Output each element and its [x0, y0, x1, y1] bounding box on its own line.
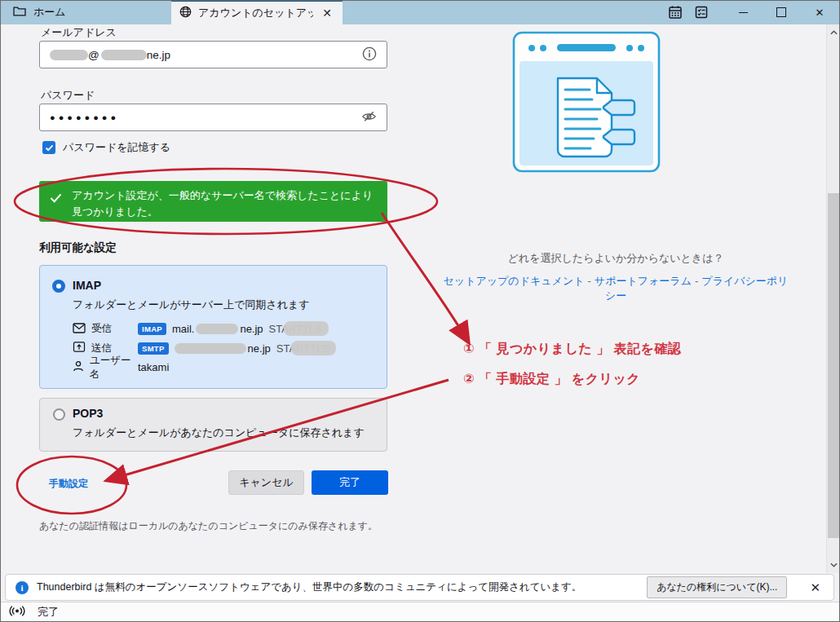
outgoing-host-suffix: ne.jp — [248, 342, 271, 355]
imap-desc: フォルダーとメールがサーバー上で同期されます — [73, 298, 310, 312]
calendar-icon[interactable] — [662, 0, 688, 24]
check-icon — [39, 187, 72, 206]
pop3-desc: フォルダーとメールがあなたのコンピュータに保存されます — [73, 426, 365, 440]
person-icon — [73, 360, 84, 374]
remember-password-row[interactable]: パスワードを記憶する — [42, 140, 170, 155]
tab-close-icon[interactable]: ✕ — [320, 7, 334, 20]
scroll-up-icon[interactable] — [827, 26, 840, 39]
status-text: 完了 — [38, 605, 59, 620]
your-rights-button[interactable]: あなたの権利について(K)... — [647, 576, 787, 598]
email-label: メールアドレス — [41, 25, 117, 40]
tab-account-setup[interactable]: アカウントのセットアップ ✕ — [171, 0, 343, 24]
tab-home-label: ホーム — [33, 5, 66, 20]
notification-close-icon[interactable]: ✕ — [807, 580, 824, 595]
cancel-button[interactable]: キャンセル — [228, 470, 304, 495]
link-support-forum[interactable]: サポートフォーラム — [595, 275, 692, 287]
broadcast-icon — [8, 604, 26, 620]
username-value: takami — [138, 361, 169, 373]
password-input[interactable]: ●●●●●●●● — [39, 104, 387, 131]
imap-name: IMAP — [73, 279, 101, 292]
done-button[interactable]: 完了 — [312, 470, 388, 495]
annotation-step2: ② 「 手動設定 」 をクリック — [463, 371, 640, 388]
minimize-icon[interactable] — [730, 0, 756, 24]
help-question: どれを選択したらよいか分からないときは？ — [453, 251, 779, 266]
redacted-email-local — [50, 50, 88, 60]
info-circle-icon[interactable] — [362, 46, 377, 64]
success-banner: アカウント設定が、一般的なサーバー名で検索したことにより見つかりました。 — [39, 181, 387, 222]
email-at: @ — [88, 49, 99, 61]
incoming-security: STARTTLS — [269, 323, 322, 335]
titlebar-tool-icons — [662, 0, 714, 24]
username-label: ユーザー名 — [90, 354, 138, 382]
password-masked-value: ●●●●●●●● — [50, 112, 119, 122]
maximize-icon[interactable] — [768, 0, 794, 24]
email-suffix: ne.jp — [147, 49, 170, 61]
scrollbar-thumb[interactable] — [828, 193, 840, 538]
redacted-email-domain — [101, 50, 147, 60]
incoming-host-suffix: ne.jp — [240, 323, 263, 335]
eye-slash-icon[interactable] — [361, 109, 377, 126]
remember-password-label: パスワードを記憶する — [63, 140, 170, 155]
folder-icon — [13, 6, 26, 19]
imap-option-panel[interactable]: IMAP フォルダーとメールがサーバー上で同期されます 受信 IMAP mail… — [39, 265, 387, 389]
status-bar: 完了 — [0, 602, 840, 622]
link-setup-docs[interactable]: セットアップのドキュメント — [444, 275, 585, 287]
pop3-option-panel[interactable]: POP3 フォルダーとメールがあなたのコンピュータに保存されます — [39, 398, 387, 452]
radio-unselected-icon[interactable] — [53, 408, 65, 421]
incoming-label: 受信 — [91, 322, 112, 336]
outgoing-security: STARTTLS — [276, 342, 329, 355]
smtp-badge: SMTP — [138, 342, 169, 355]
info-circle-blue-icon: i — [15, 581, 29, 594]
email-input[interactable]: @ne.jp — [39, 41, 387, 68]
window-controls: ✕ — [730, 0, 833, 24]
redaction-scribble — [284, 321, 329, 336]
scroll-down-icon[interactable] — [827, 558, 840, 571]
success-message: アカウント設定が、一般的なサーバー名で検索したことにより見つかりました。 — [72, 187, 376, 219]
incoming-host-prefix: mail. — [172, 323, 194, 335]
radio-selected-icon[interactable] — [52, 280, 65, 293]
imap-badge: IMAP — [138, 323, 166, 335]
incoming-row: 受信 IMAP mail.ne.jp STARTTLS — [73, 320, 378, 339]
scrollbar[interactable] — [826, 24, 840, 573]
manual-config-link[interactable]: 手動設定 — [49, 477, 88, 491]
redacted-outgoing-host — [175, 343, 246, 354]
account-setup-illustration — [512, 31, 661, 178]
available-settings-heading: 利用可能な設定 — [39, 240, 117, 255]
imap-details: 受信 IMAP mail.ne.jp STARTTLS 送信 SMTP ne.j… — [73, 320, 378, 377]
tab-home[interactable]: ホーム — [13, 0, 66, 24]
username-row: ユーザー名 takami — [73, 358, 378, 377]
pop3-name: POP3 — [73, 407, 103, 420]
redaction-scribble — [291, 341, 336, 355]
privacy-note: あなたの認証情報はローカルのあなたのコンピュータにのみ保存されます。 — [39, 519, 378, 533]
envelope-icon — [73, 323, 86, 336]
notification-bar: i Thunderbird は無料のオープンソースソフトウェアであり、世界中の多… — [5, 574, 834, 601]
password-label: パスワード — [41, 88, 95, 103]
help-links: セットアップのドキュメント-サポートフォーラム-プライバシーポリシー — [440, 274, 791, 303]
redacted-incoming-host — [196, 324, 238, 334]
notification-message: Thunderbird は無料のオープンソースソフトウェアであり、世界中の多数の… — [37, 580, 639, 594]
tasks-icon[interactable] — [688, 0, 714, 24]
checkbox-checked-icon[interactable] — [42, 141, 55, 154]
close-icon[interactable]: ✕ — [807, 0, 833, 24]
globe-icon — [179, 6, 192, 20]
tab-account-setup-label: アカウントのセットアップ — [198, 6, 313, 20]
annotation-step1: ① 「 見つかりました 」 表記を確認 — [463, 341, 681, 358]
